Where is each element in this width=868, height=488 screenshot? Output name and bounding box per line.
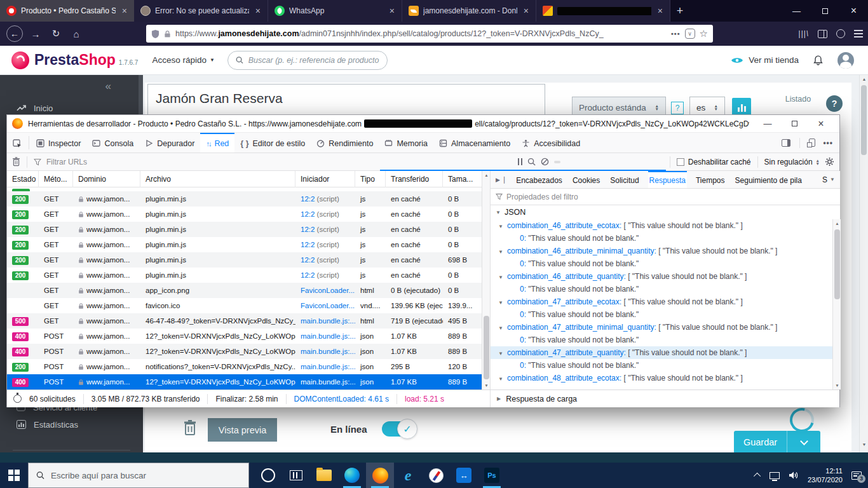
dock-side-icon[interactable] bbox=[782, 139, 790, 147]
filter-pill[interactable] bbox=[623, 161, 629, 163]
tab-almacenamiento[interactable]: Almacenamiento bbox=[433, 133, 516, 152]
task-view-button[interactable] bbox=[282, 463, 310, 488]
minimize-button[interactable]: — bbox=[754, 116, 781, 132]
close-tab-icon[interactable]: × bbox=[120, 6, 129, 16]
page-actions-icon[interactable]: ••• bbox=[671, 30, 681, 37]
network-request-row[interactable]: 200 GET www.jamon... plugin.min.js 12:2 … bbox=[7, 191, 482, 207]
pause-icon[interactable] bbox=[518, 158, 522, 165]
close-button[interactable]: × bbox=[839, 0, 868, 22]
network-request-row[interactable]: 200 GET www.jamon... plugin.min.js 12:2 … bbox=[7, 268, 482, 283]
action-center-icon[interactable]: 3 bbox=[851, 471, 862, 480]
compass-app-button[interactable] bbox=[422, 463, 450, 488]
tab-tiempos[interactable]: Tiempos bbox=[695, 171, 726, 188]
url-bar[interactable]: https://www.jamonesdehijate.com/admin071… bbox=[146, 25, 713, 43]
meatball-menu-icon[interactable]: ••• bbox=[823, 139, 833, 147]
twisty-collapsed-icon[interactable]: ▶ bbox=[497, 396, 501, 402]
tab-consola[interactable]: Consola bbox=[86, 133, 139, 152]
devtools-titlebar[interactable]: Herramientas de desarrollador - Producto… bbox=[7, 115, 839, 133]
internet-explorer-button[interactable]: e bbox=[394, 463, 422, 488]
close-button[interactable]: × bbox=[808, 116, 834, 132]
account-icon[interactable] bbox=[836, 29, 845, 38]
tab-rendimiento[interactable]: Rendimiento bbox=[311, 133, 379, 152]
checkbox-icon[interactable] bbox=[677, 158, 684, 166]
request-list-scrollbar[interactable]: ▲ ▼ bbox=[482, 171, 490, 390]
edge-button[interactable] bbox=[338, 463, 366, 488]
scrollbar-thumb[interactable] bbox=[861, 85, 867, 155]
new-tab-button[interactable]: + bbox=[670, 0, 689, 22]
filter-pill[interactable] bbox=[566, 161, 572, 163]
filter-pill[interactable] bbox=[600, 161, 606, 163]
product-list-toggle[interactable]: Listado bbox=[780, 93, 816, 104]
json-tree-row[interactable]: ▼combination_47_attribute_quantity: [ "T… bbox=[491, 346, 832, 359]
scroll-up-icon[interactable]: ▲ bbox=[860, 77, 868, 81]
save-dropdown-button[interactable] bbox=[787, 431, 820, 454]
sidebar-item-inicio[interactable]: Inicio bbox=[0, 102, 143, 114]
filter-urls-input[interactable] bbox=[46, 158, 513, 166]
scrollbar-thumb[interactable] bbox=[834, 229, 840, 299]
responsive-mode-icon[interactable] bbox=[809, 139, 815, 147]
restore-button[interactable] bbox=[811, 0, 839, 22]
tab-error[interactable]: Error: No se puede actualizar la × bbox=[134, 0, 268, 22]
tab-solicitud[interactable]: Solicitud bbox=[609, 171, 640, 188]
scroll-down-icon[interactable]: ▼ bbox=[833, 383, 841, 388]
filter-pill[interactable] bbox=[588, 161, 595, 163]
tab-redacted[interactable]: × bbox=[536, 0, 670, 22]
view-shop-link[interactable]: Ver mi tienda bbox=[731, 55, 799, 65]
col-metodo[interactable]: Méto... bbox=[39, 171, 73, 187]
twisty-icon[interactable]: ▼ bbox=[498, 297, 507, 308]
col-estado[interactable]: Estado bbox=[7, 171, 39, 187]
photoshop-button[interactable]: Ps bbox=[478, 463, 506, 488]
json-tree-row[interactable]: ▼combination_47_attribute_ecotax: [ "Thi… bbox=[491, 295, 832, 308]
network-icon[interactable] bbox=[770, 472, 780, 479]
json-tree-row[interactable]: ▼combination_46_attribute_minimal_quanti… bbox=[491, 245, 832, 257]
col-tamano[interactable]: Tama... bbox=[443, 171, 482, 187]
filter-pill[interactable] bbox=[634, 161, 641, 163]
teamviewer-button[interactable]: ↔ bbox=[450, 463, 478, 488]
properties-filter[interactable] bbox=[491, 189, 840, 205]
col-archivo[interactable]: Archivo bbox=[140, 171, 295, 187]
twisty-icon[interactable]: ▼ bbox=[498, 246, 507, 257]
network-request-row[interactable]: 500 GET www.jamon... 46-47-48-49?_token=… bbox=[7, 313, 482, 329]
network-request-row[interactable]: 200 POST www.jamon... notifications?_tok… bbox=[7, 359, 482, 374]
reload-button[interactable]: ↻ bbox=[46, 28, 66, 39]
tab-encabezados[interactable]: Encabezados bbox=[515, 171, 564, 188]
col-tipo[interactable]: Tipo bbox=[355, 171, 386, 187]
twisty-icon[interactable]: ▼ bbox=[498, 220, 507, 232]
quick-access-dropdown[interactable]: Acceso rápido▼ bbox=[152, 55, 214, 65]
help-button[interactable]: ? bbox=[826, 95, 843, 112]
tab-producto[interactable]: Producto • Pedro Castaño S.L. × bbox=[0, 0, 134, 22]
pick-element-button[interactable] bbox=[7, 133, 27, 152]
sales-chart-button[interactable] bbox=[732, 98, 751, 116]
json-tree-row[interactable]: ▼combination_46_attribute_quantity: [ "T… bbox=[491, 270, 832, 283]
tab-inspector[interactable]: Inspector bbox=[31, 133, 86, 152]
volume-icon[interactable] bbox=[789, 471, 799, 480]
admin-search[interactable] bbox=[227, 51, 388, 70]
network-request-row[interactable]: 200 GET www.jamon... plugin.min.js 12:2 … bbox=[7, 222, 482, 237]
tab-depurador[interactable]: Depurador bbox=[139, 133, 200, 152]
search-icon[interactable] bbox=[527, 158, 536, 166]
save-button[interactable]: Guardar bbox=[734, 431, 787, 454]
search-input[interactable] bbox=[248, 56, 379, 65]
tab-red[interactable]: ↑↓ Red bbox=[200, 133, 234, 152]
details-scrollbar[interactable]: ▲ ▼ bbox=[832, 219, 841, 390]
start-button[interactable] bbox=[0, 463, 28, 488]
tab-memoria[interactable]: Memoria bbox=[379, 133, 433, 152]
filter-pill[interactable] bbox=[577, 161, 583, 163]
collapse-sidebar-icon[interactable]: « bbox=[105, 80, 111, 93]
close-tab-icon[interactable]: × bbox=[254, 6, 262, 16]
filter-pill[interactable] bbox=[611, 161, 618, 163]
filter-pill[interactable] bbox=[646, 161, 652, 163]
delete-product-button[interactable] bbox=[183, 419, 197, 436]
type-help-button[interactable]: ? bbox=[671, 102, 684, 114]
back-button[interactable]: ← bbox=[6, 25, 23, 42]
json-tree-row[interactable]: 0: "This value should not be blank." bbox=[491, 308, 832, 321]
network-request-row[interactable]: 400 POST www.jamon... 12?_token=V-DRXNVj… bbox=[7, 344, 482, 359]
json-tree-row[interactable]: ▼combination_46_attribute_ecotax: [ "Thi… bbox=[491, 219, 832, 232]
online-toggle[interactable]: ✓ bbox=[382, 421, 415, 437]
tab-seguimiento[interactable]: Seguimiento de pila bbox=[734, 171, 803, 188]
home-button[interactable]: ⌂ bbox=[66, 29, 86, 39]
sidebar-toggle-icon[interactable] bbox=[818, 30, 827, 38]
throttling-select[interactable]: Sin regulación ▲▼ bbox=[764, 158, 820, 166]
tab-editor-estilo[interactable]: { } Editor de estilo bbox=[234, 133, 311, 152]
twisty-icon[interactable]: ▼ bbox=[498, 322, 507, 334]
